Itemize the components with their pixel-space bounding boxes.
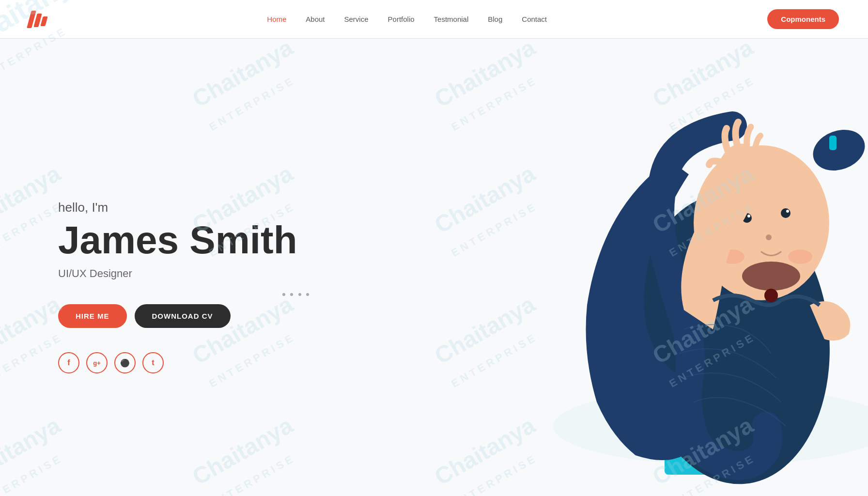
svg-point-11 [747,215,750,217]
components-button[interactable]: Copmonents [767,9,839,29]
hire-me-button[interactable]: HIRE ME [58,304,127,328]
hero-illustration [432,39,868,496]
navbar: Home About Service Portfolio Testmonial … [0,0,868,39]
nav-links: Home About Service Portfolio Testmonial … [267,15,547,24]
svg-point-10 [781,208,790,218]
google-plus-icon: g+ [93,359,101,367]
social-links: f g+ ⚫ t [58,352,297,373]
github-link[interactable]: ⚫ [114,352,136,373]
hero-name: James Smith [58,219,297,262]
svg-point-3 [807,123,868,178]
nav-link-about[interactable]: About [306,15,325,23]
google-plus-link[interactable]: g+ [86,352,108,373]
nav-item-service[interactable]: Service [344,15,369,24]
hero-greeting: hello, I'm [58,200,297,215]
logo-area [29,11,46,28]
github-icon: ⚫ [120,358,130,368]
nav-item-blog[interactable]: Blog [488,15,502,24]
svg-point-15 [764,289,778,302]
nav-item-contact[interactable]: Contact [522,15,547,24]
nav-link-blog[interactable]: Blog [488,15,502,23]
svg-point-8 [788,249,812,264]
nav-item-testmonial[interactable]: Testmonial [434,15,469,24]
nav-link-contact[interactable]: Contact [522,15,547,23]
nav-link-testmonial[interactable]: Testmonial [434,15,469,23]
hero-section: hello, I'm James Smith UI/UX Designer HI… [0,39,868,496]
svg-rect-4 [829,136,837,150]
hero-content: hello, I'm James Smith UI/UX Designer HI… [0,161,297,373]
nav-link-portfolio[interactable]: Portfolio [388,15,415,23]
nav-link-home[interactable]: Home [267,15,286,23]
twitter-icon: t [152,358,154,367]
hero-title: UI/UX Designer [58,267,297,280]
character-svg [432,39,868,496]
svg-point-14 [742,262,800,291]
facebook-link[interactable]: f [58,352,79,373]
svg-point-12 [786,210,789,213]
nav-item-portfolio[interactable]: Portfolio [388,15,415,24]
twitter-link[interactable]: t [142,352,164,373]
svg-point-13 [766,234,772,240]
logo-icon [29,11,46,28]
facebook-icon: f [67,358,70,367]
nav-item-home[interactable]: Home [267,15,286,24]
hero-buttons: HIRE ME DOWNLOAD CV [58,304,297,328]
nav-item-about[interactable]: About [306,15,325,24]
logo-bar-3 [40,16,47,26]
nav-link-service[interactable]: Service [344,15,369,23]
download-cv-button[interactable]: DOWNLOAD CV [135,304,231,328]
